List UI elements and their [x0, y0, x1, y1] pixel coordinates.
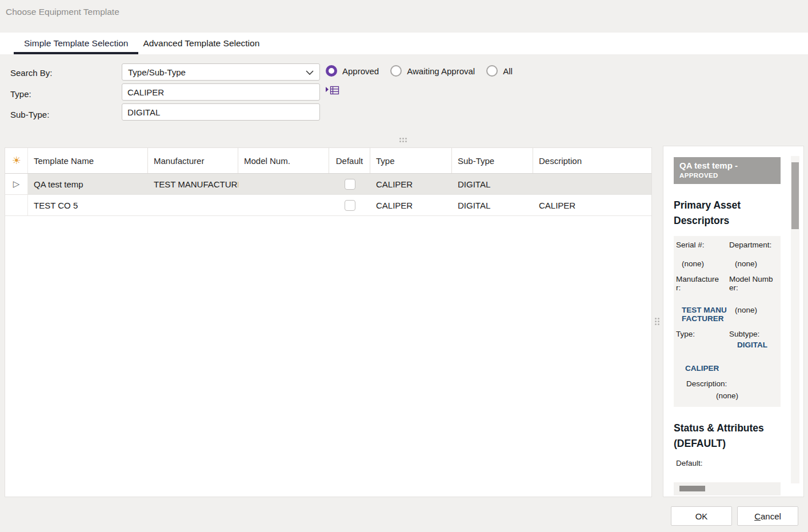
column-header-type[interactable]: Type [370, 148, 452, 173]
table-row[interactable]: ▷ QA test temp TEST MANUFACTURER CALIPER… [5, 174, 651, 195]
column-header-template-name[interactable]: Template Name [28, 148, 148, 173]
tab-advanced-template-selection[interactable]: Advanced Template Selection [138, 33, 270, 54]
cell-description[interactable]: CALIPER [533, 195, 651, 215]
cell-sub-type[interactable]: DIGITAL [452, 174, 533, 194]
details-header-title: QA test temp - [679, 161, 775, 170]
details-horizontal-scrollbar-thumb[interactable] [679, 486, 705, 491]
detail-type-label: Type: [674, 330, 727, 349]
sun-icon[interactable]: ☀ [11, 155, 21, 166]
chevron-down-icon[interactable] [306, 67, 314, 77]
search-by-dropdown[interactable]: Type/Sub-Type [122, 63, 320, 81]
cell-manufacturer[interactable]: TEST MANUFACTURER [148, 174, 238, 194]
model-number-value: (none) [727, 306, 781, 323]
cell-default[interactable] [329, 174, 370, 194]
search-by-label: Search By: [10, 68, 52, 78]
column-header-description[interactable]: Description [533, 148, 651, 173]
radio-approved-icon[interactable] [326, 65, 337, 77]
cell-type[interactable]: CALIPER [370, 195, 452, 215]
cell-type[interactable]: CALIPER [370, 174, 452, 194]
current-row-indicator: ▷ [5, 174, 28, 194]
radio-awaiting-approval[interactable]: Awaiting Approval [390, 65, 475, 77]
radio-all-icon[interactable] [486, 65, 498, 77]
cell-model-num[interactable] [238, 195, 329, 215]
details-vertical-scrollbar-thumb[interactable] [791, 162, 799, 229]
serial-value: (none) [674, 259, 727, 268]
radio-approved-label: Approved [342, 66, 379, 76]
default-label: Default: [676, 459, 803, 467]
manufacturer-value: TEST MANUFACTURER [674, 306, 727, 323]
subtype-label: Subtype: [729, 330, 781, 338]
tab-advanced-label: Advanced Template Selection [143, 38, 259, 49]
splitter-handle-horizontal[interactable] [399, 138, 408, 143]
serial-label: Serial #: [674, 241, 727, 249]
template-details-panel: QA test temp - APPROVED Primary Asset De… [663, 146, 804, 497]
cell-manufacturer[interactable] [148, 195, 238, 215]
detail-type-value: CALIPER [685, 364, 781, 373]
search-by-value: Type/Sub-Type [128, 67, 186, 77]
template-grid: ☀ Template Name Manufacturer Model Num. … [5, 147, 652, 497]
type-label: Type: [10, 89, 31, 99]
row-arrow-icon: ▷ [13, 179, 20, 189]
sub-type-label: Sub-Type: [10, 110, 49, 119]
row-indicator [5, 195, 28, 215]
default-checkbox[interactable] [345, 200, 355, 211]
radio-all-label: All [503, 66, 513, 76]
department-value: (none) [727, 259, 781, 268]
table-row[interactable]: TEST CO 5 CALIPER DIGITAL CALIPER [5, 195, 651, 216]
description-label: Description: [686, 379, 781, 388]
cancel-rest: ancel [761, 511, 781, 521]
tab-strip: Simple Template Selection Advanced Templ… [0, 33, 808, 54]
window-title: Choose Equipment Template [6, 7, 119, 17]
details-header-status: APPROVED [679, 172, 775, 179]
details-vertical-scrollbar[interactable] [791, 156, 799, 483]
cell-sub-type[interactable]: DIGITAL [452, 195, 533, 215]
radio-awaiting-approval-label: Awaiting Approval [407, 66, 475, 76]
hierarchy-icon[interactable] [325, 84, 340, 97]
radio-awaiting-approval-icon[interactable] [390, 65, 402, 77]
column-header-default[interactable]: Default [329, 148, 370, 173]
ok-button[interactable]: OK [671, 506, 732, 526]
radio-approved[interactable]: Approved [326, 65, 379, 77]
cancel-button[interactable]: Cancel [737, 506, 798, 526]
type-input[interactable] [122, 83, 320, 101]
status-attributes-heading: Status & Attributes (DEFAULT) [674, 421, 782, 451]
column-header-manufacturer[interactable]: Manufacturer [148, 148, 238, 173]
sub-type-input[interactable] [122, 103, 320, 121]
primary-asset-fields: Serial #: Department: (none) (none) Manu… [674, 236, 781, 407]
tab-simple-label: Simple Template Selection [24, 38, 128, 49]
approval-radio-group: Approved Awaiting Approval All [326, 65, 513, 77]
primary-asset-descriptors-heading: Primary Asset Descriptors [674, 198, 782, 229]
default-checkbox[interactable] [345, 179, 355, 190]
cell-template-name[interactable]: QA test temp [28, 174, 148, 194]
cancel-accel: C [754, 511, 761, 521]
cell-default[interactable] [329, 195, 370, 215]
radio-all[interactable]: All [486, 65, 513, 77]
cell-model-num[interactable] [238, 174, 329, 194]
column-header-sub-type[interactable]: Sub-Type [452, 148, 533, 173]
splitter-handle-vertical[interactable] [655, 318, 661, 326]
subtype-value: DIGITAL [729, 341, 781, 349]
grid-header: ☀ Template Name Manufacturer Model Num. … [5, 148, 651, 174]
model-number-label: Model Number: [729, 275, 774, 292]
description-value: (none) [674, 391, 781, 400]
column-header-model-num[interactable]: Model Num. [238, 148, 329, 173]
manufacturer-label: Manufacturer: [676, 275, 721, 292]
cell-template-name[interactable]: TEST CO 5 [28, 195, 148, 215]
grid-customize-button[interactable]: ☀ [5, 148, 28, 173]
cell-description[interactable] [533, 174, 651, 194]
details-header-badge: QA test temp - APPROVED [674, 157, 781, 184]
tab-simple-template-selection[interactable]: Simple Template Selection [14, 33, 138, 54]
department-label: Department: [727, 241, 781, 249]
details-horizontal-scrollbar[interactable] [674, 482, 781, 495]
